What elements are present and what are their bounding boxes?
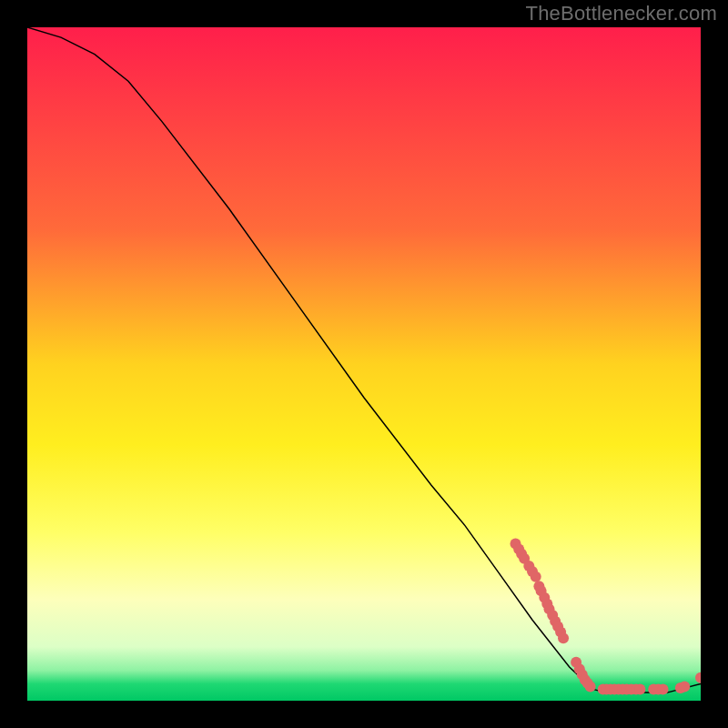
data-marker (679, 681, 690, 692)
attribution-text: TheBottlenecker.com (526, 2, 717, 25)
data-marker (658, 683, 669, 694)
bottleneck-chart (27, 27, 701, 701)
data-marker (558, 632, 569, 643)
chart-area (27, 27, 701, 701)
data-marker (531, 571, 541, 582)
data-marker (634, 683, 645, 694)
gradient-background (27, 27, 701, 701)
data-marker (585, 681, 596, 692)
